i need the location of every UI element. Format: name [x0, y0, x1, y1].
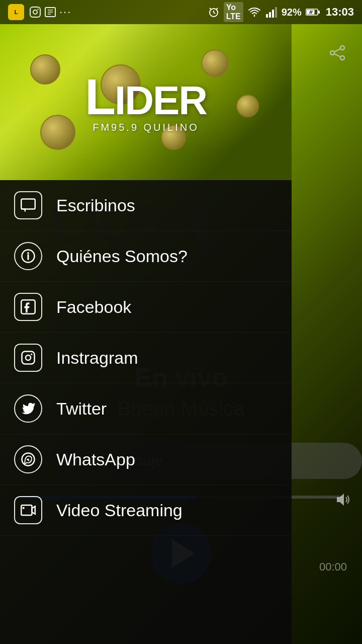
svg-rect-31	[22, 352, 35, 364]
whatsapp-label: WhatsApp	[56, 450, 135, 469]
menu-item-instagram[interactable]: Instragram	[0, 333, 292, 383]
logo-l: L	[85, 68, 115, 125]
drawer-header: LIDER FM95.9 QUILINO	[0, 24, 292, 180]
svg-point-32	[26, 355, 31, 360]
menu-item-quienes-somos[interactable]: Quiénes Somos?	[0, 231, 292, 282]
svg-point-1	[33, 10, 37, 14]
menu-item-video-streaming[interactable]: Video Streaming	[0, 485, 292, 536]
drawer-logo-text: LIDER	[85, 71, 207, 122]
signal-icon	[265, 6, 278, 18]
svg-line-9	[214, 13, 215, 14]
svg-rect-36	[23, 507, 25, 509]
svg-point-33	[31, 354, 32, 355]
svg-point-23	[340, 56, 344, 60]
time-display: 13:03	[326, 6, 354, 19]
twitter-icon-wrap	[14, 394, 42, 423]
facebook-icon-wrap	[14, 293, 42, 321]
status-icons: ···	[29, 6, 71, 19]
app-icon: L	[8, 4, 24, 20]
svg-rect-26	[21, 199, 35, 209]
menu-item-escribinos[interactable]: Escribinos	[0, 180, 292, 231]
svg-point-21	[340, 46, 344, 50]
battery-percent: 92%	[282, 7, 302, 18]
twitter-label: Twitter	[56, 399, 107, 419]
status-bar: L ···	[0, 0, 362, 24]
twitter-icon	[21, 401, 36, 416]
svg-line-24	[334, 54, 340, 57]
instagram-status-icon	[29, 6, 41, 18]
volume-icon[interactable]	[334, 491, 352, 513]
knob5	[40, 115, 75, 150]
menu-list: Escribinos Quiénes Somos? Facebook	[0, 180, 292, 536]
status-left: L ···	[8, 4, 71, 20]
svg-rect-14	[272, 10, 274, 18]
video-streaming-label: Video Streaming	[56, 501, 183, 520]
status-right: YoLTE 92% 13:03	[208, 2, 354, 22]
player-time: 00:00	[319, 560, 347, 574]
svg-line-11	[216, 8, 218, 10]
chat-icon	[21, 198, 36, 213]
instagram-label: Instragram	[56, 348, 138, 368]
escribinos-label: Escribinos	[56, 196, 135, 215]
svg-rect-35	[21, 505, 32, 515]
more-dots: ···	[59, 6, 71, 19]
svg-point-29	[27, 252, 29, 254]
svg-rect-13	[269, 12, 271, 18]
quienes-icon-wrap	[14, 242, 42, 270]
svg-line-10	[210, 8, 211, 10]
menu-item-facebook[interactable]: Facebook	[0, 282, 292, 333]
escribinos-icon-wrap	[14, 191, 42, 219]
video-icon-wrap	[14, 496, 42, 524]
whatsapp-icon-wrap	[14, 445, 42, 473]
info-icon	[21, 249, 36, 264]
svg-rect-0	[30, 7, 40, 17]
menu-item-whatsapp[interactable]: WhatsApp	[0, 434, 292, 485]
facebook-label: Facebook	[56, 297, 131, 317]
instagram-icon	[21, 350, 36, 365]
quienes-label: Quiénes Somos?	[56, 247, 188, 266]
svg-line-25	[334, 49, 340, 52]
svg-rect-15	[275, 7, 277, 18]
svg-rect-12	[266, 14, 268, 18]
battery-icon	[306, 8, 320, 16]
svg-point-2	[37, 9, 38, 10]
share-button[interactable]	[325, 40, 350, 65]
whatsapp-icon	[21, 452, 36, 467]
drawer-logo: LIDER FM95.9 QUILINO	[85, 71, 207, 133]
svg-rect-18	[318, 11, 320, 14]
facebook-icon	[21, 299, 36, 314]
video-streaming-icon	[21, 503, 36, 518]
svg-point-22	[330, 51, 334, 55]
knob1	[30, 54, 60, 85]
menu-item-twitter[interactable]: Twitter	[0, 383, 292, 434]
knob4	[236, 95, 259, 117]
wifi-icon	[247, 6, 261, 18]
drawer-logo-subtitle: FM95.9 QUILINO	[85, 122, 207, 133]
alarm-icon	[208, 6, 220, 18]
instagram-icon-wrap	[14, 344, 42, 372]
lte-badge: YoLTE	[224, 2, 243, 22]
logo-rest: IDER	[115, 78, 207, 123]
nav-drawer: LIDER FM95.9 QUILINO Escribinos	[0, 24, 292, 644]
news-status-icon	[44, 6, 56, 18]
